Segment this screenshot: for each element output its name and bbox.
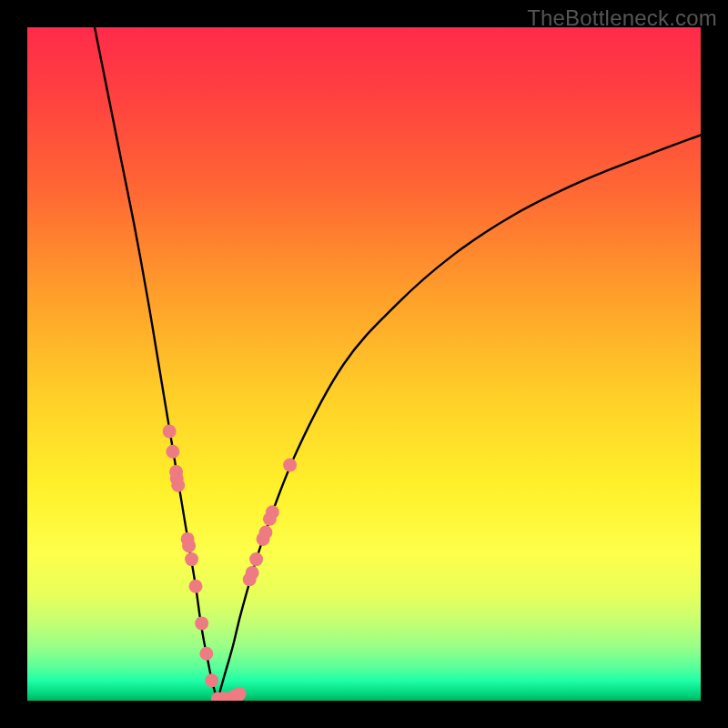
data-marker [205,673,218,687]
data-marker [171,479,185,492]
data-marker [182,539,196,552]
data-marker [233,687,247,701]
data-marker [258,526,272,540]
data-marker [163,425,177,439]
data-marker [195,616,208,630]
chart-container: TheBottleneck.com [0,0,728,728]
data-marker [249,552,263,566]
curve-right-curve [217,135,701,698]
watermark: TheBottleneck.com [527,5,717,31]
data-marker [246,566,259,580]
data-marker [266,505,279,519]
curve-left-curve [95,27,217,699]
data-marker [189,580,203,593]
plot-area [27,27,701,701]
data-marker [199,647,213,661]
data-marker [283,459,297,472]
data-marker [185,552,198,566]
data-marker [166,445,179,459]
chart-svg [27,27,701,701]
